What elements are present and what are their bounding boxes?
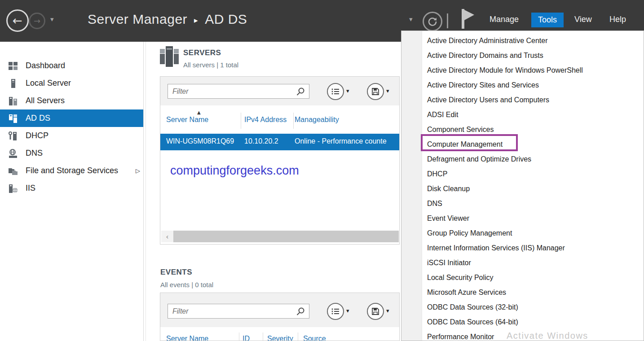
column-header-severity[interactable]: Severity bbox=[267, 335, 293, 341]
local-server-icon bbox=[7, 79, 19, 88]
sidebar-item-file-storage-services[interactable]: File and Storage Services ▷ bbox=[0, 162, 143, 179]
sidebar-item-label: DHCP bbox=[26, 131, 49, 140]
events-section-title: EVENTS bbox=[160, 268, 192, 277]
column-divider bbox=[241, 113, 241, 129]
iis-icon bbox=[7, 184, 19, 193]
servers-save-query-button[interactable] bbox=[367, 83, 384, 100]
tools-menu-item[interactable]: Active Directory Administrative Center bbox=[401, 33, 644, 48]
tools-menu-item[interactable]: Group Policy Management bbox=[401, 226, 644, 240]
list-icon bbox=[331, 308, 340, 315]
dhcp-icon bbox=[7, 131, 19, 141]
tools-menu-item[interactable]: iSCSI Initiator bbox=[401, 255, 644, 270]
events-filter-input[interactable] bbox=[168, 304, 309, 319]
submenu-arrow-icon: ▷ bbox=[136, 167, 140, 174]
tools-menu-items: Active Directory Administrative Center A… bbox=[401, 33, 644, 341]
breadcrumb: Server Manager ▸ AD DS bbox=[88, 12, 247, 27]
tools-menu-item[interactable]: Microsoft Azure Services bbox=[401, 285, 644, 300]
forward-button[interactable]: → bbox=[29, 13, 45, 29]
nav-history-chevron-down-icon[interactable]: ▾ bbox=[50, 16, 54, 23]
ipv4-cell: 10.10.20.2 bbox=[244, 137, 278, 145]
tools-menu-item[interactable]: Active Directory Users and Computers bbox=[401, 92, 644, 107]
search-icon bbox=[296, 87, 305, 96]
file-storage-icon bbox=[7, 166, 19, 176]
tools-menu-item[interactable]: ODBC Data Sources (32-bit) bbox=[401, 300, 644, 315]
save-query-chevron-down-icon[interactable]: ▾ bbox=[386, 307, 389, 314]
scrollbar-thumb[interactable] bbox=[173, 231, 399, 242]
column-divider bbox=[239, 332, 239, 341]
column-header-manageability[interactable]: Manageability bbox=[295, 116, 339, 124]
servers-filter-input[interactable] bbox=[168, 84, 309, 99]
dashboard-icon bbox=[7, 61, 19, 71]
menu-manage[interactable]: Manage bbox=[490, 15, 519, 24]
sidebar-item-dns[interactable]: DNS bbox=[0, 144, 143, 162]
sidebar-item-dashboard[interactable]: Dashboard bbox=[0, 57, 143, 74]
column-header-server-name[interactable]: Server Name bbox=[166, 335, 208, 341]
events-section-subtitle[interactable]: All events | 0 total bbox=[160, 281, 213, 289]
refresh-chevron-down-icon[interactable]: ▾ bbox=[409, 16, 413, 23]
sidebar-item-label: Local Server bbox=[26, 79, 71, 88]
tools-menu-item[interactable]: Disk Cleanup bbox=[401, 181, 644, 196]
sidebar-item-label: DNS bbox=[26, 149, 43, 158]
site-watermark: computingforgeeks.com bbox=[170, 164, 299, 178]
events-panel: ▾ ▾ Server Name ID Severity Source bbox=[160, 293, 400, 341]
sidebar-item-all-servers[interactable]: All Servers bbox=[0, 92, 143, 109]
tools-menu-item[interactable]: Active Directory Sites and Services bbox=[401, 78, 644, 92]
tools-menu-item[interactable]: ODBC Data Sources (64-bit) bbox=[401, 315, 644, 329]
tools-menu-item[interactable]: Defragment and Optimize Drives bbox=[401, 152, 644, 166]
search-icon bbox=[296, 307, 305, 316]
servers-section-subtitle[interactable]: All servers | 1 total bbox=[183, 61, 238, 69]
column-divider bbox=[293, 113, 294, 129]
menu-tools[interactable]: Tools bbox=[531, 13, 564, 27]
events-save-query-button[interactable] bbox=[367, 303, 384, 320]
tools-menu-item[interactable]: ADSI Edit bbox=[401, 107, 644, 122]
column-header-source[interactable]: Source bbox=[303, 335, 326, 341]
tools-menu-item[interactable]: DHCP bbox=[401, 166, 644, 181]
column-header-ipv4[interactable]: IPv4 Address bbox=[244, 116, 287, 124]
content-edge-divider bbox=[146, 42, 146, 341]
tools-dropdown-menu: Active Directory Administrative Center A… bbox=[401, 31, 644, 341]
events-list-view-button[interactable] bbox=[327, 303, 344, 320]
list-view-chevron-down-icon[interactable]: ▾ bbox=[346, 87, 349, 94]
sidebar-item-local-server[interactable]: Local Server bbox=[0, 74, 143, 92]
server-name-cell: WIN-UG5M08R1Q69 bbox=[166, 137, 234, 145]
save-query-chevron-down-icon[interactable]: ▾ bbox=[386, 87, 389, 94]
column-header-id[interactable]: ID bbox=[243, 335, 250, 341]
tools-menu-item[interactable]: Active Directory Domains and Trusts bbox=[401, 48, 644, 63]
menu-view[interactable]: View bbox=[574, 15, 592, 24]
menu-help[interactable]: Help bbox=[609, 15, 626, 24]
breadcrumb-arrow-icon: ▸ bbox=[194, 14, 198, 25]
sidebar-item-label: AD DS bbox=[26, 114, 50, 123]
sidebar-item-dhcp[interactable]: DHCP bbox=[0, 127, 143, 144]
breadcrumb-section: AD DS bbox=[205, 12, 247, 27]
refresh-button[interactable] bbox=[423, 12, 442, 31]
tools-menu-item[interactable]: Active Directory Module for Windows Powe… bbox=[401, 63, 644, 78]
tools-menu-item[interactable]: DNS bbox=[401, 196, 644, 211]
save-icon bbox=[372, 308, 379, 315]
sidebar-item-ad-ds[interactable]: AD DS bbox=[0, 109, 143, 127]
manageability-cell: Online - Performance counte bbox=[295, 137, 398, 145]
tools-menu-item[interactable]: Local Security Policy bbox=[401, 270, 644, 285]
computer-management-highlight-box bbox=[421, 134, 518, 151]
activate-windows-watermark: Activate Windows bbox=[507, 331, 588, 341]
notifications-flag-icon[interactable] bbox=[461, 9, 475, 29]
sidebar-item-iis[interactable]: IIS bbox=[0, 179, 143, 197]
all-servers-icon bbox=[7, 96, 19, 106]
column-header-server-name[interactable]: Server Name bbox=[166, 116, 208, 124]
topbar-divider bbox=[447, 13, 448, 28]
list-icon bbox=[331, 88, 340, 95]
save-icon bbox=[372, 88, 379, 95]
back-arrow-icon: ← bbox=[13, 14, 22, 27]
back-button[interactable]: ← bbox=[6, 9, 29, 32]
scroll-left-icon[interactable]: ‹ bbox=[161, 231, 173, 242]
list-view-chevron-down-icon[interactable]: ▾ bbox=[346, 307, 349, 314]
breadcrumb-root[interactable]: Server Manager bbox=[88, 12, 187, 27]
server-row-selected[interactable]: WIN-UG5M08R1Q69 10.10.20.2 Online - Perf… bbox=[160, 134, 399, 150]
tools-menu-item[interactable]: Event Viewer bbox=[401, 211, 644, 226]
forward-arrow-icon: → bbox=[34, 16, 40, 26]
column-divider bbox=[298, 332, 298, 341]
ad-ds-icon bbox=[7, 114, 19, 123]
servers-list-view-button[interactable] bbox=[327, 83, 344, 100]
horizontal-scrollbar: ‹ bbox=[161, 231, 399, 242]
sort-ascending-icon: ▲ bbox=[197, 110, 201, 115]
tools-menu-item[interactable]: Internet Information Services (IIS) Mana… bbox=[401, 240, 644, 255]
